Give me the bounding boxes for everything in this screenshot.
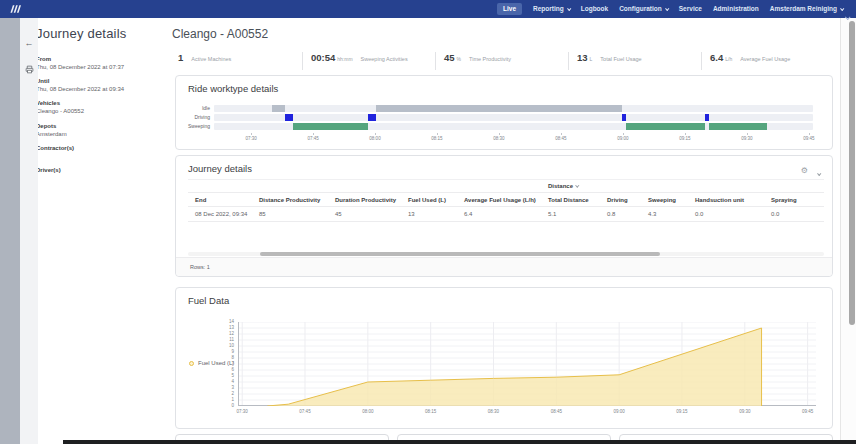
table-cell-average-fuel-usage-l-h: 6.4 — [457, 207, 541, 222]
x-tick-label: 08:45 — [551, 409, 562, 414]
x-tick-label: 07:30 — [237, 409, 248, 414]
nav-item-label: Amsterdam Reiniging — [770, 6, 837, 13]
stat-active-machines: 1Active Machines — [175, 52, 302, 70]
worktype-card-title: Ride worktype details — [188, 83, 278, 94]
fuel-chart-plot — [238, 322, 816, 406]
timeline-segment-idle — [376, 105, 621, 112]
x-tick-label: 09:45 — [802, 409, 813, 414]
axis-tick-label: 09:30 — [741, 136, 752, 141]
y-tick-label: 11 — [229, 338, 234, 343]
chevron-down-icon — [576, 183, 580, 187]
print-button[interactable] — [23, 63, 35, 75]
stat-value: 00:54 — [311, 52, 335, 63]
journey-table: DistanceEndDistance ProductivityDuration… — [188, 179, 824, 222]
axis-tick — [685, 133, 686, 135]
table-cell-distance-productivity: 85 — [252, 207, 328, 222]
journey-card-title: Journey details — [188, 163, 252, 174]
navbar-chevron-down-icon[interactable] — [845, 6, 849, 24]
horizontal-scrollbar-thumb[interactable] — [260, 252, 660, 256]
worktype-timeline: IdleDrivingSweeping07:3007:4508:0008:150… — [176, 105, 813, 145]
legend-marker-icon — [189, 361, 194, 366]
gear-icon[interactable]: ⚙ — [801, 167, 808, 175]
x-tick-label: 09:00 — [614, 409, 625, 414]
nav-item-amsterdam-reiniging[interactable]: Amsterdam Reiniging — [770, 6, 843, 13]
stat-sweeping-activities: 00:54hh:mmSweeping Activities — [302, 52, 435, 70]
info-field-value — [36, 153, 162, 160]
nav-item-label: Live — [503, 6, 516, 13]
timeline-axis: 07:3007:4508:0008:1508:3008:4509:0009:15… — [218, 132, 813, 145]
axis-tick — [499, 133, 500, 135]
bottom-dark-strip — [63, 440, 856, 444]
column-header-spraying[interactable]: Spraying — [764, 193, 824, 207]
axis-tick — [313, 133, 314, 135]
nav-item-live[interactable]: Live — [497, 3, 522, 16]
x-tick-label: 09:15 — [676, 409, 687, 414]
column-header-total-distance[interactable]: Total Distance — [541, 193, 600, 207]
stat-total-fuel-usage: 13LTotal Fuel Usage — [568, 52, 701, 70]
table-cell-handsuction-unit: 0.0 — [688, 207, 764, 222]
fuel-x-axis: 07:3007:4508:0008:1508:3008:4509:0009:15… — [238, 409, 816, 417]
y-tick-label: 4 — [231, 380, 234, 385]
card-chevron-down-icon[interactable] — [817, 162, 820, 180]
timeline-track — [214, 105, 813, 112]
table-group-row: Distance — [188, 180, 824, 193]
info-field-label: Contractor(s) — [36, 145, 162, 151]
nav-item-label: Reporting — [533, 6, 564, 13]
page-title: Journey details — [36, 26, 162, 41]
top-navbar: LiveReportingLogbookConfigurationService… — [0, 0, 856, 18]
table-horizontal-scrollbar[interactable] — [188, 252, 824, 256]
nav-item-service[interactable]: Service — [679, 6, 702, 13]
chevron-down-icon — [567, 6, 571, 10]
stat-label: Sweeping Activities — [361, 56, 408, 62]
y-tick-label: 3 — [231, 386, 234, 391]
printer-icon — [25, 65, 34, 74]
y-tick-label: 12 — [229, 332, 234, 337]
nav-item-configuration[interactable]: Configuration — [619, 6, 668, 13]
info-field-label: From — [36, 56, 162, 62]
fuel-data-card: Fuel Data Fuel Used (L) 0123456789101112… — [175, 287, 833, 429]
axis-tick-label: 08:30 — [493, 136, 504, 141]
stat-label: Total Fuel Usage — [600, 56, 641, 62]
y-tick-label: 14 — [229, 320, 234, 325]
journey-card-actions: ⚙ — [801, 162, 820, 180]
y-tick-label: 5 — [231, 374, 234, 379]
column-header-handsuction-unit[interactable]: Handsuction unit — [688, 193, 764, 207]
stat-label: Active Machines — [191, 56, 231, 62]
table-cell-driving: 0.8 — [600, 207, 641, 222]
fuel-area-chart — [238, 322, 816, 406]
page-scrollbar-thumb[interactable] — [849, 21, 855, 325]
table-cell-total-distance: 5.1 — [541, 207, 600, 222]
page: LiveReportingLogbookConfigurationService… — [0, 0, 856, 444]
nav-item-logbook[interactable]: Logbook — [581, 6, 608, 13]
stat-unit: L — [590, 56, 593, 62]
y-tick-label: 6 — [231, 368, 234, 373]
column-header-distance-productivity[interactable]: Distance Productivity — [252, 193, 328, 207]
timeline-segment-driving — [622, 114, 626, 121]
column-header-driving[interactable]: Driving — [600, 193, 641, 207]
stat-unit: L/h — [725, 56, 732, 62]
table-cell-fuel-used-l: 13 — [401, 207, 457, 222]
timeline-segment-sweeping — [626, 123, 705, 130]
timeline-segment-idle — [272, 105, 284, 112]
column-header-average-fuel-usage-l-h[interactable]: Average Fuel Usage (L/h) — [457, 193, 541, 207]
x-tick-label: 08:15 — [425, 409, 436, 414]
toolbar-gutter: ← — [20, 18, 38, 444]
nav-item-label: Service — [679, 6, 702, 13]
back-button[interactable]: ← — [23, 37, 35, 49]
column-header-sweeping[interactable]: Sweeping — [641, 193, 688, 207]
table-cell-end: 08 Dec 2022, 09:34 — [188, 207, 252, 222]
timeline-track — [214, 114, 813, 121]
column-header-end[interactable]: End — [188, 193, 252, 207]
info-field-depots: DepotsAmsterdam — [36, 123, 162, 138]
nav-item-reporting[interactable]: Reporting — [533, 6, 570, 13]
column-header-duration-productivity[interactable]: Duration Productivity — [328, 193, 401, 207]
group-header-distance[interactable]: Distance — [541, 180, 824, 193]
nav-item-administration[interactable]: Administration — [713, 6, 759, 13]
table-row: 08 Dec 2022, 09:348545136.45.10.84.30.00… — [188, 207, 824, 222]
axis-tick — [251, 133, 252, 135]
column-header-fuel-used-l[interactable]: Fuel Used (L) — [401, 193, 457, 207]
timeline-row-label: Idle — [176, 105, 214, 112]
axis-tick-label: 09:00 — [617, 136, 628, 141]
page-scrollbar[interactable] — [840, 18, 856, 444]
axis-tick — [375, 133, 376, 135]
